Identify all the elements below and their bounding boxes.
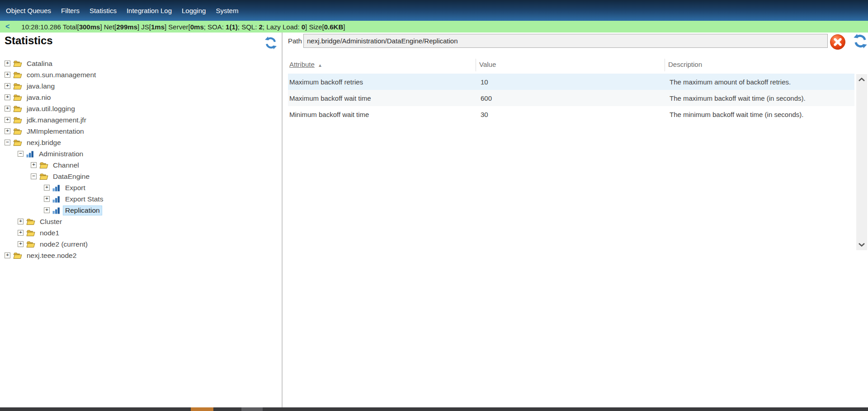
collapse-icon[interactable]: −	[5, 140, 10, 145]
column-header-description[interactable]: Description	[668, 61, 702, 68]
expand-icon[interactable]: +	[44, 185, 50, 191]
back-arrow-icon[interactable]: <	[5, 23, 9, 31]
folder-icon	[13, 252, 22, 259]
status-segment: ; SQL:	[238, 23, 259, 31]
tree-item-label: nexj.teee.node2	[25, 251, 78, 260]
tree-item-nexj-teee-node2[interactable]: +nexj.teee.node2	[0, 250, 276, 261]
status-segment: ] Server[	[165, 23, 190, 31]
menu-item-object-queues[interactable]: Object Queues	[1, 4, 56, 18]
expand-icon[interactable]: +	[18, 230, 24, 236]
tree-item-label: Channel	[51, 161, 81, 170]
tree-item-catalina[interactable]: +Catalina	[0, 58, 276, 69]
collapse-icon[interactable]: −	[18, 151, 24, 157]
expand-icon[interactable]: +	[18, 219, 24, 224]
tree-item-label: Administration	[37, 149, 85, 159]
folder-icon	[39, 173, 48, 180]
menu-item-logging[interactable]: Logging	[177, 4, 211, 18]
sort-asc-icon: ▲	[318, 63, 322, 68]
table-row[interactable]: Minimum backoff wait time30The minimum b…	[288, 106, 854, 122]
folder-icon	[26, 241, 35, 248]
status-segment: 300ms	[79, 23, 100, 31]
status-segment: ]	[343, 23, 345, 31]
expand-icon[interactable]: +	[5, 106, 10, 112]
menu-item-filters[interactable]: Filters	[56, 4, 85, 18]
refresh-detail-icon[interactable]	[853, 33, 868, 49]
folder-icon	[13, 105, 22, 112]
attribute-cell: Maximum backoff retries	[288, 78, 479, 86]
taskbar-orange-segment	[191, 407, 213, 411]
table-row[interactable]: Maximum backoff wait time600The maximum …	[288, 90, 854, 106]
tree-item-label: node2 (current)	[38, 240, 90, 249]
top-menu-bar: Object QueuesFiltersStatisticsIntegratio…	[0, 0, 868, 21]
detail-panel: Path	[283, 33, 868, 407]
chart-icon	[26, 150, 34, 158]
status-timing-text: 10:28:10.286 Total[300ms] Net[299ms] JS[…	[21, 23, 345, 31]
expand-icon[interactable]: +	[5, 61, 10, 66]
tree-item-com-sun-management[interactable]: +com.sun.management	[0, 69, 276, 80]
menu-item-integration-log[interactable]: Integration Log	[122, 4, 177, 18]
tree-item-label: Cluster	[38, 217, 64, 226]
expand-icon[interactable]: +	[5, 117, 10, 123]
table-row[interactable]: Maximum backoff retries10The maximum amo…	[288, 74, 854, 90]
tree-item-java-nio[interactable]: +java.nio	[0, 92, 276, 103]
tree-item-replication[interactable]: +Replication	[0, 205, 276, 216]
column-header-value[interactable]: Value	[479, 61, 496, 68]
attribute-sort-link[interactable]: Attribute	[289, 61, 315, 68]
tree-item-dataengine[interactable]: −DataEngine	[0, 171, 276, 182]
scroll-up-icon[interactable]	[858, 77, 865, 82]
vertical-scrollbar[interactable]	[856, 74, 867, 250]
status-segment: 1(1)	[226, 23, 238, 31]
tree-item-label: JMImplementation	[25, 127, 86, 136]
value-cell: 30	[479, 111, 668, 118]
expand-icon[interactable]: +	[31, 162, 37, 168]
status-segment: 10:28:10.286 Total[	[21, 23, 79, 31]
expand-icon[interactable]: +	[44, 196, 50, 202]
close-button[interactable]	[829, 33, 846, 51]
taskbar-gray-segment	[241, 407, 263, 411]
tree-item-node1[interactable]: +node1	[0, 227, 276, 238]
expand-icon[interactable]: +	[5, 83, 10, 89]
folder-icon	[26, 218, 35, 225]
status-segment: 0	[302, 23, 305, 31]
status-segment: ; Lazy Load:	[263, 23, 302, 31]
collapse-icon[interactable]: −	[31, 173, 37, 179]
expand-icon[interactable]: +	[5, 72, 10, 78]
expand-icon[interactable]: +	[5, 94, 10, 100]
tree-item-java-lang[interactable]: +java.lang	[0, 80, 276, 92]
path-input[interactable]	[303, 34, 828, 48]
folder-icon	[13, 139, 22, 146]
column-header-attribute[interactable]: Attribute▲	[289, 61, 322, 68]
tree-item-jmimplementation[interactable]: +JMImplementation	[0, 126, 276, 137]
tree-item-label: node1	[38, 229, 61, 238]
tree-item-label: java.lang	[25, 82, 57, 91]
status-segment: 0.6KB	[324, 23, 344, 31]
menu-item-system[interactable]: System	[211, 4, 243, 18]
menu-item-statistics[interactable]: Statistics	[85, 4, 122, 18]
chart-icon	[52, 184, 61, 191]
tree-item-export[interactable]: +Export	[0, 182, 276, 193]
tree-item-label: DataEngine	[51, 172, 91, 181]
status-segment: ] Net[	[100, 23, 116, 31]
tree-item-label: java.nio	[25, 93, 52, 102]
description-cell: The maximum amount of backoff retries.	[668, 78, 854, 86]
tree-item-channel[interactable]: +Channel	[0, 159, 276, 171]
tree-item-nexj-bridge[interactable]: −nexj.bridge	[0, 137, 276, 148]
tree-item-jdk-management-jfr[interactable]: +jdk.management.jfr	[0, 114, 276, 126]
expand-icon[interactable]: +	[5, 252, 10, 258]
statistics-tree: +Catalina+com.sun.management+java.lang+j…	[0, 58, 276, 261]
expand-icon[interactable]: +	[18, 241, 24, 247]
tree-item-administration[interactable]: −Administration	[0, 148, 276, 159]
tree-item-node2-current[interactable]: +node2 (current)	[0, 238, 276, 250]
refresh-tree-icon[interactable]	[264, 36, 278, 50]
tree-item-java-util-logging[interactable]: +java.util.logging	[0, 103, 276, 114]
expand-icon[interactable]: +	[5, 128, 10, 134]
tree-item-cluster[interactable]: +Cluster	[0, 216, 276, 227]
status-segment: 2	[259, 23, 262, 31]
status-segment: ] JS[	[137, 23, 151, 31]
tree-item-export-stats[interactable]: +Export Stats	[0, 193, 276, 205]
statistics-tree-panel: Statistics +Catalina+com.sun.management+…	[0, 33, 282, 407]
chart-icon	[52, 196, 61, 203]
scroll-down-icon[interactable]	[858, 243, 865, 247]
status-segment: ; SOA:	[204, 23, 226, 31]
expand-icon[interactable]: +	[44, 207, 50, 213]
